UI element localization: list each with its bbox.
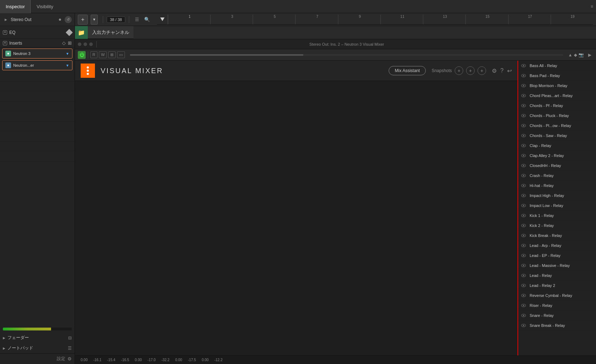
channel-list-item[interactable]: Kick 2 - Relay [518,221,596,231]
neutron-er-arrow[interactable]: ▼ [66,64,69,67]
channel-eye-icon[interactable] [521,293,527,298]
channel-list-item[interactable]: Bass All - Relay [518,61,596,71]
channel-eye-icon[interactable] [521,263,527,268]
mix-assistant-btn[interactable]: Mix Assistant [389,66,426,75]
channel-list-item[interactable]: Chords - Pluck - Relay [518,111,596,121]
channel-eye-icon[interactable] [521,203,527,208]
channel-list-item[interactable]: Clap Alley 2 - Relay [518,151,596,161]
route-btn[interactable]: ↺ [65,16,72,23]
channel-eye-icon[interactable] [521,93,527,98]
channel-list-item[interactable]: Lead - Relay [518,271,596,280]
channel-list-item[interactable]: Snare - Relay [518,310,596,320]
search-icon[interactable]: 🔍 [143,15,151,24]
empty-insert-slots [0,71,75,325]
channel-list-item[interactable]: Hi-hat - Relay [518,181,596,191]
channel-eye-icon[interactable] [521,283,527,288]
settings-icon[interactable]: ⚙ [492,67,497,74]
fader-label: フェーダー [7,335,68,341]
snapshot-plus-1[interactable]: + [455,66,463,75]
stereo-out-row[interactable]: Stereo Out ↺ [0,13,75,26]
camera-icon[interactable]: 📷 [579,52,584,57]
stop-btn[interactable] [84,42,87,46]
channel-eye-icon[interactable] [521,143,527,148]
inserts-header: ▼ Inserts ◇ ⊞ [0,39,75,47]
rewind-icon[interactable]: ⊞ [108,51,116,58]
channel-eye-icon[interactable] [521,83,527,89]
channel-eye-icon[interactable] [521,63,527,69]
channel-list-item[interactable]: Impact Low - Relay [518,201,596,211]
neutron3-arrow[interactable]: ▼ [66,52,69,56]
neutron3-plugin[interactable]: ■ Neutron 3 ▼ [2,49,72,59]
add-track-btn[interactable]: + [78,15,88,25]
channel-list-item[interactable]: Chords - Pf - Relay [518,101,596,111]
record-icon[interactable]: R [90,51,97,58]
channel-eye-icon[interactable] [521,103,527,108]
channel-list-item[interactable]: Lead - Massive - Relay [518,261,596,271]
settings-gear-icon[interactable]: ⚙ [67,356,72,362]
tab-visibility[interactable]: Visibility [31,0,59,13]
channel-eye-icon[interactable] [521,163,527,168]
channel-eye-icon[interactable] [521,73,527,79]
channel-list-item[interactable]: Lead - EP - Relay [518,251,596,261]
channel-list-item[interactable]: Kick 1 - Relay [518,211,596,221]
list-view-icon[interactable]: ☰ [133,15,141,24]
fader-section-header[interactable]: ▶ フェーダー ⊟ [0,333,75,343]
snapshot-plus-2[interactable]: + [466,66,475,75]
inserts-add-icon[interactable]: ⊞ [68,40,72,46]
loop-icon[interactable]: W [99,51,107,58]
channel-list-item[interactable]: Lead - Arp - Relay [518,241,596,251]
power-btn[interactable]: ⏻ [78,51,86,59]
channel-eye-icon[interactable] [521,173,527,178]
channel-eye-icon[interactable] [521,233,527,238]
channel-eye-icon[interactable] [521,303,527,308]
menu-icon[interactable]: ≡ [591,4,596,9]
channel-list-item[interactable]: Crash - Relay [518,171,596,181]
channel-list-item[interactable]: Bass Pad - Relay [518,71,596,81]
channel-list-item[interactable]: Riser - Relay [518,300,596,310]
eq-row[interactable]: ▼ EQ [0,26,75,39]
channel-eye-icon[interactable] [521,223,527,228]
stereo-out-play[interactable] [3,17,9,22]
channel-list-item[interactable]: Blop Morrison - Relay [518,81,596,91]
channel-list-item[interactable]: Impact High - Relay [518,191,596,201]
up-arrow-icon[interactable]: ▲ [568,52,572,57]
help-icon[interactable]: ? [500,67,504,74]
undo-icon[interactable]: ↩ [507,67,512,74]
right-transport: ▲ ◆ 📷 [568,52,584,57]
channel-eye-icon[interactable] [521,213,527,218]
channel-eye-icon[interactable] [521,313,527,318]
channel-list-item[interactable]: ClosedHH - Relay [518,161,596,171]
channel-list-item[interactable]: Snare Break - Relay [518,320,596,330]
tab-inspector[interactable]: Inspector [0,0,31,13]
rec-btn[interactable] [78,42,81,46]
channel-list-item[interactable]: Chord Pleas...art - Relay [518,91,596,101]
channel-eye-icon[interactable] [521,273,527,278]
channel-folder-icon[interactable]: 📁 [75,26,88,39]
right-arrow-icon[interactable]: ▶ [586,51,593,59]
channel-eye-icon[interactable] [521,113,527,118]
channel-list-item[interactable]: Clap - Relay [518,141,596,151]
channel-eye-icon[interactable] [521,153,527,158]
settings2-icon[interactable]: ▭ [117,51,125,58]
channel-eye-icon[interactable] [521,183,527,188]
channel-eye-icon[interactable] [521,193,527,198]
neutron-er-plugin[interactable]: ■ Neutron...er ▼ [2,60,72,70]
notepad-section-header[interactable]: ▶ ノートパッド ☰ [0,343,75,353]
channel-eye-icon[interactable] [521,133,527,138]
channel-eye-icon[interactable] [521,253,527,258]
diamond-icon[interactable]: ◆ [574,52,577,57]
channel-list-item[interactable]: Lead - Relay 2 [518,280,596,290]
inserts-toggle[interactable]: ▼ [3,41,7,45]
channel-eye-icon[interactable] [521,323,527,328]
eq-check[interactable]: ▼ [3,30,7,35]
add-track-dropdown[interactable]: ▼ [91,15,98,25]
channel-list-item[interactable]: Chords - Pl...ow - Relay [518,121,596,131]
channel-list-item[interactable]: Chords - Saw - Relay [518,131,596,141]
snapshot-plus-3[interactable]: + [478,66,486,75]
progress-bar[interactable] [130,54,563,56]
channel-eye-icon[interactable] [521,243,527,248]
close-btn[interactable] [89,42,93,46]
channel-list-item[interactable]: Reverse Cymbal - Relay [518,290,596,300]
channel-list-item[interactable]: Kick Break - Relay [518,231,596,241]
channel-eye-icon[interactable] [521,123,527,128]
